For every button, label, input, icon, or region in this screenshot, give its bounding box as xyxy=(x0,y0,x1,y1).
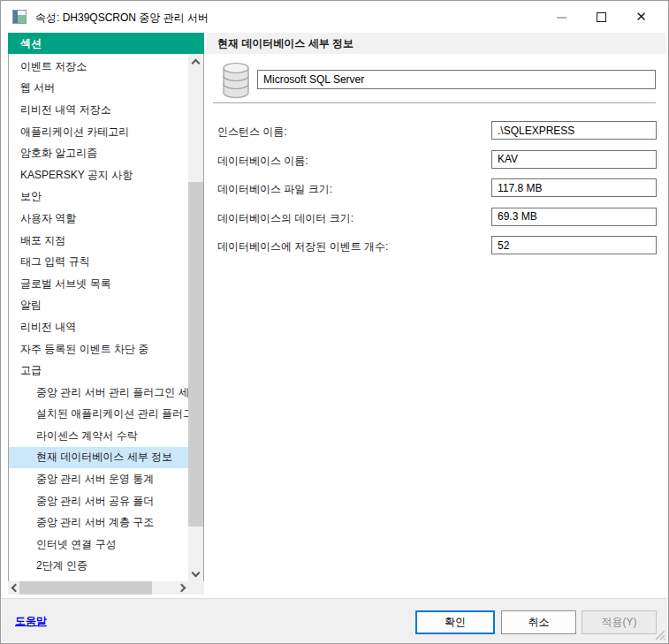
scroll-right-arrow-icon[interactable] xyxy=(177,581,190,595)
field-label: 데이터베이스에 저장된 이벤트 개수: xyxy=(217,239,388,254)
field-value-input[interactable] xyxy=(491,178,657,197)
properties-dialog: 속성: DH39QSCRON 중앙 관리 서버 ✕ 섹션 이벤트 저장소웹 서버… xyxy=(0,0,669,644)
help-link[interactable]: 도움말 xyxy=(15,614,47,629)
sidebar-item[interactable]: 애플리케이션 카테고리 xyxy=(9,121,188,143)
close-button[interactable]: ✕ xyxy=(621,1,661,33)
sidebar-item-selected[interactable]: 현재 데이터베이스 세부 정보 xyxy=(9,447,188,469)
sidebar-item[interactable]: 라이센스 계약서 수락 xyxy=(9,425,188,447)
field-row: 인스턴스 이름: xyxy=(217,117,657,147)
close-icon: ✕ xyxy=(635,9,647,24)
sidebar-item[interactable]: 암호화 알고리즘 xyxy=(9,142,188,164)
minimize-icon xyxy=(557,17,566,19)
scrollbar-corner xyxy=(190,581,204,595)
field-value-input[interactable] xyxy=(491,121,657,140)
vertical-scrollbar[interactable] xyxy=(188,54,203,581)
vertical-scrollbar-thumb[interactable] xyxy=(188,182,203,527)
field-value-input[interactable] xyxy=(491,150,657,169)
scroll-up-arrow-icon[interactable] xyxy=(188,54,203,69)
field-label: 데이터베이스 파일 크기: xyxy=(217,182,332,197)
maximize-button[interactable] xyxy=(582,1,621,33)
fields: 인스턴스 이름:데이터베이스 이름:데이터베이스 파일 크기:데이터베이스의 데… xyxy=(217,117,657,261)
minimize-button[interactable] xyxy=(542,1,582,33)
sidebar-item[interactable]: 보안 xyxy=(9,186,188,208)
sidebar-item[interactable]: 중앙 관리 서버 관리 플러그인 세부 정보 xyxy=(9,382,188,404)
field-row: 데이터베이스의 데이터 크기: xyxy=(217,204,657,233)
field-value-input[interactable] xyxy=(491,208,657,226)
field-row: 데이터베이스 이름: xyxy=(217,147,657,176)
sections-header: 섹션 xyxy=(8,33,204,54)
field-row: 데이터베이스에 저장된 이벤트 개수: xyxy=(217,232,657,261)
scroll-down-arrow-icon[interactable] xyxy=(188,566,203,581)
sidebar-item[interactable]: 사용자 역할 xyxy=(9,208,188,230)
database-cylinder-icon xyxy=(219,62,253,99)
field-label: 데이터베이스 이름: xyxy=(217,154,308,169)
database-provider-field[interactable] xyxy=(257,70,656,89)
cancel-button[interactable]: 취소 xyxy=(501,610,576,634)
sections-list-panel: 이벤트 저장소웹 서버리비전 내역 저장소애플리케이션 카테고리암호화 알고리즘… xyxy=(8,54,204,581)
field-label: 데이터베이스의 데이터 크기: xyxy=(217,211,354,226)
section-divider xyxy=(213,102,656,103)
sidebar-item[interactable]: 설치된 애플리케이션 관리 플러그인 세부 정보 xyxy=(9,404,188,426)
sidebar-item[interactable]: 리비전 내역 xyxy=(9,316,188,338)
sidebar-item[interactable]: 웹 서버 xyxy=(9,78,188,100)
maximize-icon xyxy=(597,12,606,22)
sidebar-list: 이벤트 저장소웹 서버리비전 내역 저장소애플리케이션 카테고리암호화 알고리즘… xyxy=(9,56,188,577)
title-bar: 속성: DH39QSCRON 중앙 관리 서버 ✕ xyxy=(2,1,667,33)
sidebar-item[interactable]: 알림 xyxy=(9,295,188,317)
sidebar-item[interactable]: 글로벌 서브넷 목록 xyxy=(9,273,188,295)
window-title: 속성: DH39QSCRON 중앙 관리 서버 xyxy=(35,11,209,26)
page-title: 현재 데이터베이스 세부 정보 xyxy=(206,33,666,54)
sidebar-item[interactable]: 2단계 인증 xyxy=(9,556,188,578)
field-value-input[interactable] xyxy=(491,236,657,254)
apply-button[interactable]: 적용(Y) xyxy=(582,610,657,634)
sidebar-item[interactable]: 이벤트 저장소 xyxy=(9,56,188,78)
horizontal-scrollbar-thumb[interactable] xyxy=(19,581,152,595)
sidebar-item[interactable]: 태그 입력 규칙 xyxy=(9,251,188,273)
sidebar-item[interactable]: 고급 xyxy=(9,360,188,382)
console-window-icon xyxy=(12,10,27,24)
sidebar-item[interactable]: 중앙 관리 서버 운영 통계 xyxy=(9,468,188,490)
sidebar-item[interactable]: 배포 지점 xyxy=(9,230,188,252)
sidebar-item[interactable]: 중앙 관리 서버 공유 폴더 xyxy=(9,490,188,512)
sidebar-item[interactable]: KASPERSKY 공지 사항 xyxy=(9,164,188,186)
sidebar-item[interactable]: 자주 등록된 이벤트 차단 중 xyxy=(9,338,188,360)
field-label: 인스턴스 이름: xyxy=(217,125,287,140)
resize-grip[interactable] xyxy=(655,630,665,640)
sidebar-item[interactable]: 중앙 관리 서버 계층 구조 xyxy=(9,511,188,534)
sidebar-item[interactable]: 리비전 내역 저장소 xyxy=(9,99,188,121)
horizontal-scrollbar[interactable] xyxy=(8,581,190,595)
ok-button[interactable]: 확인 xyxy=(415,610,495,634)
footer-bar: 도움말 확인 취소 적용(Y) xyxy=(2,598,667,642)
field-row: 데이터베이스 파일 크기: xyxy=(217,175,657,204)
sidebar-item[interactable]: 인터넷 연결 구성 xyxy=(9,534,188,556)
